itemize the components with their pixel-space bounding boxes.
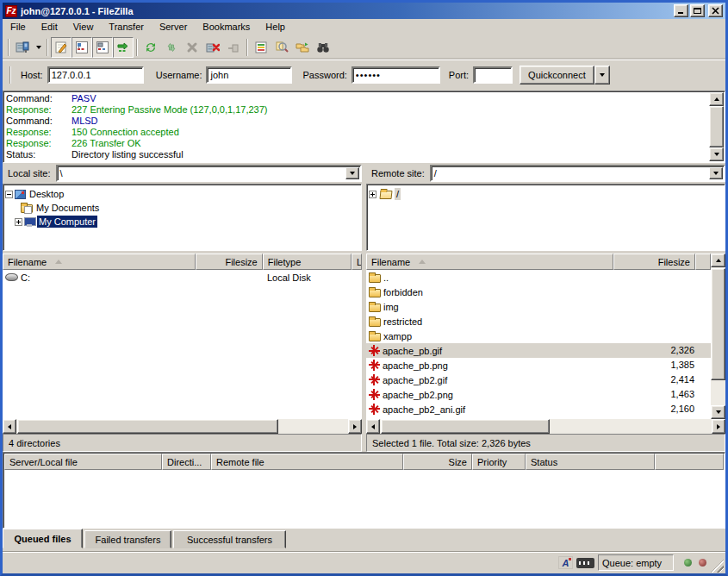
local-site-value: \ (58, 168, 345, 178)
speedlimit-indicator-icon[interactable] (576, 558, 594, 568)
site-manager-dropdown-icon[interactable] (33, 37, 44, 58)
expand-icon[interactable] (369, 191, 376, 198)
collapse-icon[interactable] (5, 191, 13, 198)
tab-successful-transfers[interactable]: Successful transfers (173, 530, 286, 548)
tab-queued-files[interactable]: Queued files (3, 529, 83, 548)
tree-item-my-documents[interactable]: My Documents (5, 201, 359, 215)
disconnect-button[interactable] (202, 37, 223, 58)
file-row[interactable]: apache_pb2.png1,463 (366, 387, 711, 402)
port-input[interactable] (473, 66, 513, 84)
scroll-up-icon[interactable] (709, 92, 724, 106)
remote-vertical-scrollbar[interactable] (711, 254, 725, 419)
column-header-lastmodified[interactable]: L (352, 254, 362, 270)
password-input[interactable] (352, 66, 440, 84)
column-header-filename[interactable]: Filename (366, 254, 613, 270)
synchronized-browsing-button[interactable] (292, 37, 313, 58)
menu-file[interactable]: File (3, 19, 34, 35)
quickconnect-dropdown-button[interactable] (594, 66, 610, 85)
scroll-right-icon[interactable] (348, 419, 362, 434)
scrollbar-thumb[interactable] (709, 106, 724, 147)
remote-site-label: Remote site: (371, 168, 425, 178)
folder-row[interactable]: xampp (366, 329, 711, 343)
file-row-c-drive[interactable]: C: Local Disk (3, 270, 362, 285)
site-manager-button[interactable] (12, 37, 33, 58)
tree-item-label: My Computer (37, 216, 97, 228)
username-input[interactable] (206, 66, 292, 84)
datatype-indicator-icon[interactable]: A (558, 556, 573, 569)
cancel-button[interactable] (182, 37, 202, 58)
column-header-direction[interactable]: Directi... (162, 454, 211, 470)
column-header-server-local-file[interactable]: Server/Local file (4, 454, 162, 470)
chevron-down-icon[interactable] (709, 167, 723, 179)
tree-item-root[interactable]: / (369, 187, 723, 201)
column-header-size[interactable]: Size (403, 454, 472, 470)
folder-row[interactable]: img (366, 299, 711, 314)
toggle-local-tree-button[interactable] (72, 37, 92, 58)
refresh-button[interactable] (140, 37, 161, 58)
toggle-remote-tree-button[interactable] (92, 37, 113, 58)
remote-status-text: Selected 1 file. Total size: 2,326 bytes (372, 438, 531, 448)
resize-grip[interactable] (711, 560, 724, 573)
menu-server[interactable]: Server (152, 19, 195, 35)
close-button[interactable] (708, 4, 723, 17)
local-site-combo[interactable]: \ (56, 165, 362, 182)
folder-icon (369, 289, 381, 297)
column-header-filesize[interactable]: Filesize (613, 254, 695, 270)
column-header-remote-file[interactable]: Remote file (211, 454, 403, 470)
tree-item-my-computer[interactable]: My Computer (5, 215, 359, 229)
tree-item-desktop[interactable]: Desktop (5, 187, 359, 201)
file-row[interactable]: apache_pb.png1,385 (366, 358, 711, 373)
maximize-button[interactable] (690, 4, 705, 17)
local-horizontal-scrollbar[interactable] (3, 419, 362, 434)
scrollbar-thumb[interactable] (381, 419, 550, 434)
scroll-left-icon[interactable] (366, 419, 380, 434)
directory-comparison-button[interactable] (271, 37, 292, 58)
remote-site-combo[interactable]: / (430, 165, 725, 182)
minimize-button[interactable] (674, 4, 688, 17)
process-queue-button[interactable] (161, 37, 182, 58)
host-input[interactable] (47, 66, 144, 84)
filter-button[interactable] (251, 37, 271, 58)
tree-item-label: Desktop (28, 188, 65, 200)
column-header-filename[interactable]: Filename (3, 254, 196, 270)
expand-icon[interactable] (15, 218, 22, 226)
folder-row[interactable]: forbidden (366, 285, 711, 299)
chevron-down-icon[interactable] (345, 167, 359, 179)
password-label: Password: (302, 70, 346, 80)
title-bar[interactable]: Fz john@127.0.0.1 - FileZilla (3, 3, 725, 19)
menu-edit[interactable]: Edit (34, 19, 65, 35)
menu-bookmarks[interactable]: Bookmarks (195, 19, 258, 35)
scroll-left-icon[interactable] (3, 419, 16, 434)
folder-row[interactable]: restricted (366, 314, 711, 329)
scroll-up-icon[interactable] (711, 254, 725, 267)
folder-icon (369, 318, 381, 327)
scrollbar-thumb[interactable] (17, 419, 278, 434)
scroll-right-icon[interactable] (712, 419, 725, 434)
scroll-down-icon[interactable] (711, 405, 725, 419)
file-row[interactable]: apache_pb2_ani.gif2,160 (366, 402, 711, 416)
my-documents-icon (21, 204, 33, 213)
menu-view[interactable]: View (65, 19, 102, 35)
file-name: apache_pb2_ani.gif (383, 404, 465, 415)
file-row[interactable]: apache_pb2.gif2,414 (366, 373, 711, 387)
column-header-status[interactable]: Status (526, 454, 655, 470)
folder-row[interactable]: .. (366, 270, 711, 285)
toggle-queue-button[interactable] (113, 37, 134, 58)
menu-transfer[interactable]: Transfer (101, 19, 152, 35)
file-name: xampp (383, 331, 412, 341)
quickconnect-button[interactable]: Quickconnect (520, 66, 594, 85)
column-header-priority[interactable]: Priority (472, 454, 526, 470)
menu-help[interactable]: Help (258, 19, 293, 35)
remote-horizontal-scrollbar[interactable] (366, 419, 725, 434)
tab-failed-transfers[interactable]: Failed transfers (84, 530, 171, 548)
file-row-selected[interactable]: apache_pb.gif2,326 (366, 343, 711, 358)
scrollbar-thumb[interactable] (711, 268, 725, 380)
scroll-down-icon[interactable] (709, 147, 724, 161)
column-header-filetype[interactable]: Filetype (263, 254, 352, 270)
image-file-icon (369, 389, 380, 400)
column-header-filesize[interactable]: Filesize (196, 254, 262, 270)
toggle-message-log-button[interactable] (51, 37, 72, 58)
reconnect-button[interactable] (223, 37, 244, 58)
log-scrollbar[interactable] (709, 92, 724, 161)
find-files-button[interactable] (313, 37, 333, 58)
